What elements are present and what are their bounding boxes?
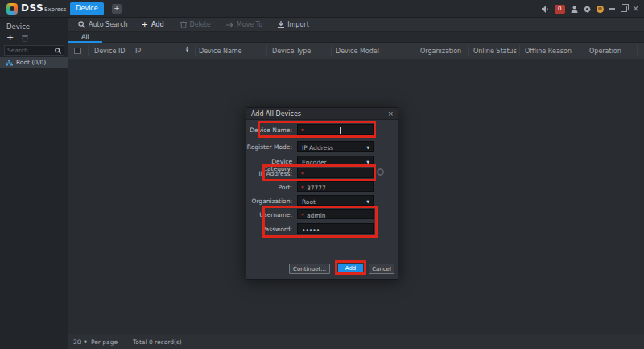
dialog-title: Add All Devices [251, 110, 301, 118]
field-row-password: Password: ••••• [246, 223, 398, 234]
sidebar-search-box[interactable] [4, 45, 64, 56]
delete-button[interactable]: Delete [180, 21, 211, 28]
required-asterisk: * [301, 127, 304, 135]
import-button[interactable]: Import [278, 21, 309, 28]
field-row-register-mode: Register Mode: IP Address ▼ [246, 141, 398, 152]
column-divider [415, 45, 415, 56]
minimize-icon[interactable] [609, 8, 615, 10]
column-divider [195, 45, 196, 56]
close-icon[interactable]: × [633, 5, 639, 13]
register-mode-select[interactable]: IP Address ▼ [297, 141, 374, 152]
sort-icon[interactable]: ▲▼ [186, 46, 188, 52]
field-row-device-category: Device Category: Encoder ▼ [246, 156, 398, 166]
chevron-down-icon: ▼ [366, 160, 369, 164]
page-size-select[interactable]: 20 [73, 339, 81, 346]
column-divider [637, 45, 638, 56]
field-row-port: Port: * 37777 [246, 181, 398, 192]
register-mode-label: Register Mode: [246, 143, 292, 151]
chevron-down-icon: ▼ [366, 145, 369, 150]
col-online-status[interactable]: Online Status [473, 48, 517, 55]
col-ip[interactable]: IP [135, 48, 141, 55]
col-operation[interactable]: Operation [589, 48, 621, 55]
trash-icon [180, 21, 187, 28]
select-all-checkbox[interactable] [74, 48, 80, 54]
info-icon[interactable] [377, 168, 384, 176]
dialog-titlebar: Add All Devices × [246, 108, 398, 120]
col-device-id[interactable]: Device ID [94, 48, 125, 55]
required-asterisk: * [301, 212, 304, 219]
view-tabs: All [68, 32, 644, 43]
chevron-down-icon: ▼ [366, 199, 369, 204]
brand-suffix: Express [44, 6, 66, 13]
device-name-input[interactable]: * [297, 124, 374, 135]
add-organization-icon[interactable]: + [6, 34, 14, 42]
dialog-close-icon[interactable]: × [387, 110, 394, 118]
alarm-speaker-icon[interactable] [542, 6, 549, 13]
column-divider [331, 45, 332, 56]
import-icon [278, 21, 284, 28]
theme-icon[interactable] [597, 6, 604, 13]
col-device-type[interactable]: Device Type [272, 48, 311, 55]
user-icon[interactable] [571, 6, 578, 13]
port-input[interactable]: * 37777 [297, 181, 374, 192]
top-navbar: DSS Express Device + 0 × [0, 0, 644, 18]
username-label: Username: [246, 211, 292, 218]
password-label: Password: [246, 226, 292, 233]
column-divider [584, 45, 584, 56]
auto-search-button[interactable]: Auto Search [78, 21, 128, 28]
device-name-label: Device Name: [246, 127, 292, 134]
gear-icon[interactable] [584, 6, 591, 13]
organization-select[interactable]: Root ▼ [297, 195, 374, 206]
alarm-count-badge[interactable]: 0 [555, 5, 565, 14]
plus-icon: + [142, 21, 148, 28]
add-all-devices-dialog: Add All Devices × Device Name: * Registe… [246, 107, 398, 280]
column-divider [468, 45, 469, 56]
chevron-down-icon[interactable]: ▼ [84, 339, 87, 344]
column-divider [266, 45, 267, 56]
device-table-header: Device ID IP ▲▼ Device Name Device Type … [68, 43, 644, 59]
col-organization[interactable]: Organization [420, 48, 461, 55]
search-icon [78, 21, 85, 28]
continue-to-add-button[interactable]: Continuet... [289, 264, 330, 274]
total-records-label: Total 0 record(s) [133, 339, 182, 346]
dss-logo-icon [6, 3, 18, 15]
sidebar-title: Device [6, 23, 30, 31]
field-row-ip-address: IP Address: * [246, 168, 398, 178]
add-confirm-button[interactable]: Add [338, 264, 363, 274]
move-arrow-icon [226, 22, 233, 28]
search-icon[interactable] [55, 48, 61, 54]
organization-label: Organization: [246, 197, 292, 205]
tree-item-root[interactable]: Root (0/0) [0, 57, 68, 68]
tree-item-label: Root (0/0) [16, 59, 46, 66]
device-category-select[interactable]: Encoder ▼ [297, 156, 374, 166]
col-device-name[interactable]: Device Name [199, 48, 242, 55]
device-sidebar: Device + Root (0/0) [0, 18, 68, 349]
field-row-username: Username: * admin [246, 209, 398, 219]
add-button[interactable]: + Add [142, 21, 164, 28]
dss-express-window: DSS Express Device + 0 × Device + [0, 0, 644, 349]
field-row-organization: Organization: Root ▼ [246, 195, 398, 206]
text-cursor [340, 127, 341, 134]
port-label: Port: [246, 184, 292, 191]
delete-organization-icon[interactable] [22, 35, 28, 42]
brand-name: DSS [21, 2, 43, 14]
device-toolbar: Auto Search + Add Delete Move To [68, 18, 644, 32]
new-tab-button[interactable]: + [112, 4, 122, 14]
username-input[interactable]: * admin [297, 209, 374, 219]
column-divider [88, 45, 89, 56]
tab-all[interactable]: All [68, 32, 102, 43]
pagination-bar: 20 ▼ Per page Total 0 record(s) [68, 334, 644, 349]
ip-address-input[interactable]: * [297, 168, 374, 178]
tab-device[interactable]: Device [70, 2, 104, 15]
ip-address-label: IP Address: [246, 170, 292, 177]
password-input[interactable]: ••••• [297, 223, 374, 234]
required-asterisk: * [301, 171, 304, 178]
restore-icon[interactable] [621, 6, 627, 12]
cancel-button[interactable]: Cancel [369, 264, 394, 274]
search-input[interactable] [7, 46, 54, 55]
organization-icon [6, 60, 13, 66]
col-offline-reason[interactable]: Offline Reason [525, 48, 572, 55]
required-asterisk: * [301, 185, 304, 192]
col-device-model[interactable]: Device Model [336, 48, 379, 55]
move-to-button[interactable]: Move To [226, 21, 262, 28]
